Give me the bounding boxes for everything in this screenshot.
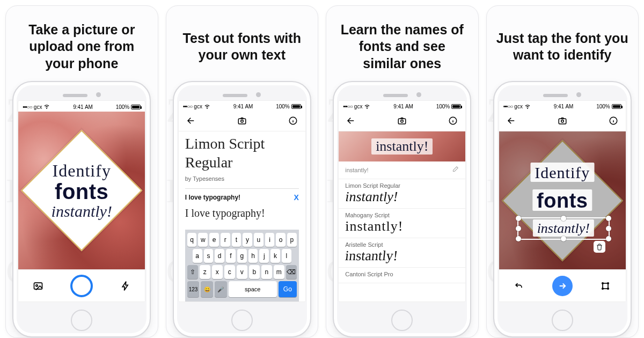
signal-dots: •••○○ <box>23 104 32 110</box>
key-y[interactable]: y <box>243 233 252 247</box>
info-button[interactable] <box>606 114 620 128</box>
clear-input-button[interactable]: X <box>294 193 298 202</box>
back-button[interactable] <box>344 114 358 128</box>
svg-point-12 <box>602 282 604 284</box>
shutter-button[interactable] <box>70 275 93 297</box>
key-c[interactable]: c <box>224 265 235 279</box>
phone-mockup: •••○○ gcx 9:41 AM 100% Limon Script Regu… <box>173 81 311 337</box>
selection-handle[interactable] <box>606 226 611 231</box>
key-u[interactable]: u <box>254 233 264 247</box>
key-r[interactable]: r <box>221 233 230 247</box>
selection-handle[interactable] <box>516 236 521 241</box>
font-result[interactable]: Cantoni Script Pro <box>339 268 465 283</box>
font-result-name: Aristelle Script <box>345 241 459 248</box>
svg-rect-5 <box>399 119 406 124</box>
key-g[interactable]: g <box>237 249 247 263</box>
selection-handle[interactable] <box>606 216 611 221</box>
svg-point-3 <box>241 120 244 123</box>
query-text: instantly! <box>345 167 368 173</box>
key-z[interactable]: z <box>200 265 210 279</box>
phone-mockup: •••○○ gcx 9:41 AM 100% Identify fonts in… <box>12 81 151 337</box>
wifi-icon <box>43 103 50 111</box>
word-highlight-instantly[interactable]: instantly! <box>533 219 594 237</box>
camera-icon[interactable] <box>235 114 249 128</box>
key-b[interactable]: b <box>249 265 260 279</box>
key-q[interactable]: q <box>187 233 197 247</box>
svg-rect-2 <box>238 119 246 124</box>
phone-screen: •••○○ gcx 9:41 AM 100% Identify fonts in… <box>18 100 145 302</box>
preview-text-input[interactable]: I love typography! X <box>185 188 299 202</box>
home-button[interactable] <box>71 310 92 331</box>
key-v[interactable]: v <box>237 265 247 279</box>
svg-rect-8 <box>559 119 566 124</box>
delete-selection-button[interactable] <box>594 241 605 253</box>
font-result[interactable]: Mahogany Script instantly! <box>339 209 465 238</box>
front-camera-dot <box>96 92 101 97</box>
font-result[interactable]: Limon Script Regular instantly! <box>339 179 465 209</box>
key-go[interactable]: Go <box>279 281 297 297</box>
crop-button[interactable] <box>598 279 612 293</box>
key-d[interactable]: d <box>215 249 224 263</box>
back-button[interactable] <box>184 114 198 128</box>
key-mic[interactable]: 🎤 <box>215 281 227 297</box>
key-o[interactable]: o <box>276 233 286 247</box>
svg-point-13 <box>608 282 609 284</box>
next-button[interactable] <box>552 276 573 296</box>
selection-handle[interactable] <box>561 216 566 221</box>
font-result-sample: instantly! <box>345 249 399 263</box>
key-numbers[interactable]: 123 <box>187 281 200 297</box>
key-k[interactable]: k <box>270 249 280 263</box>
home-button[interactable] <box>231 310 253 331</box>
key-f[interactable]: f <box>226 249 236 263</box>
query-text-row[interactable]: instantly! <box>339 161 465 179</box>
key-emoji[interactable]: 😀 <box>201 281 213 297</box>
key-m[interactable]: m <box>274 265 284 279</box>
home-button[interactable] <box>391 310 413 331</box>
key-j[interactable]: j <box>259 249 269 263</box>
info-button[interactable] <box>286 114 300 128</box>
gallery-button[interactable] <box>31 279 45 293</box>
pencil-icon[interactable] <box>451 166 459 174</box>
identify-toolbar <box>499 269 626 302</box>
battery-icon <box>131 105 141 109</box>
key-n[interactable]: n <box>261 265 272 279</box>
key-h[interactable]: h <box>248 249 258 263</box>
key-t[interactable]: t <box>232 233 241 247</box>
info-button[interactable] <box>446 114 460 128</box>
source-thumbnail: instantly! <box>339 131 465 161</box>
panel-caption: Just tap the font you want to identify <box>489 6 636 81</box>
tap-to-identify-area[interactable]: Identify fonts instantly! <box>499 131 626 269</box>
selection-handle[interactable] <box>561 236 566 241</box>
key-space[interactable]: space <box>229 281 277 297</box>
key-w[interactable]: w <box>198 233 208 247</box>
word-highlight-identify[interactable]: Identify <box>530 163 594 182</box>
selection-handle[interactable] <box>516 216 521 221</box>
status-time: 9:41 AM <box>73 104 93 110</box>
selection-handle[interactable] <box>606 236 611 241</box>
key-s[interactable]: s <box>204 249 214 263</box>
key-a[interactable]: a <box>193 249 202 263</box>
key-l[interactable]: l <box>282 249 291 263</box>
flash-button[interactable] <box>119 279 133 293</box>
home-button[interactable] <box>552 310 573 331</box>
selection-handle[interactable] <box>516 226 521 231</box>
status-bar: •••○○ gcx 9:41 AM 100% <box>18 101 145 112</box>
undo-button[interactable] <box>512 279 526 293</box>
word-highlight-fonts[interactable]: fonts <box>532 189 592 211</box>
key-i[interactable]: i <box>265 233 275 247</box>
camera-icon[interactable] <box>395 114 409 128</box>
svg-point-6 <box>401 120 404 123</box>
font-result[interactable]: Aristelle Script instantly! <box>339 238 465 268</box>
phone-mockup: •••○○ gcx 9:41 AM 100% Identify <box>493 81 632 337</box>
back-button[interactable] <box>504 114 518 128</box>
status-bar: •••○○ gcx 9:41 AM 100% <box>179 101 305 111</box>
selection-box[interactable]: instantly! <box>517 217 610 240</box>
key-shift[interactable]: ⇧ <box>187 265 198 279</box>
font-name-line-2: Regular <box>185 155 299 171</box>
key-e[interactable]: e <box>209 233 219 247</box>
camera-icon[interactable] <box>555 114 569 128</box>
key-p[interactable]: p <box>287 233 297 247</box>
thumbnail-word: instantly! <box>371 138 433 155</box>
key-x[interactable]: x <box>212 265 223 279</box>
key-delete[interactable]: ⌫ <box>286 265 297 279</box>
